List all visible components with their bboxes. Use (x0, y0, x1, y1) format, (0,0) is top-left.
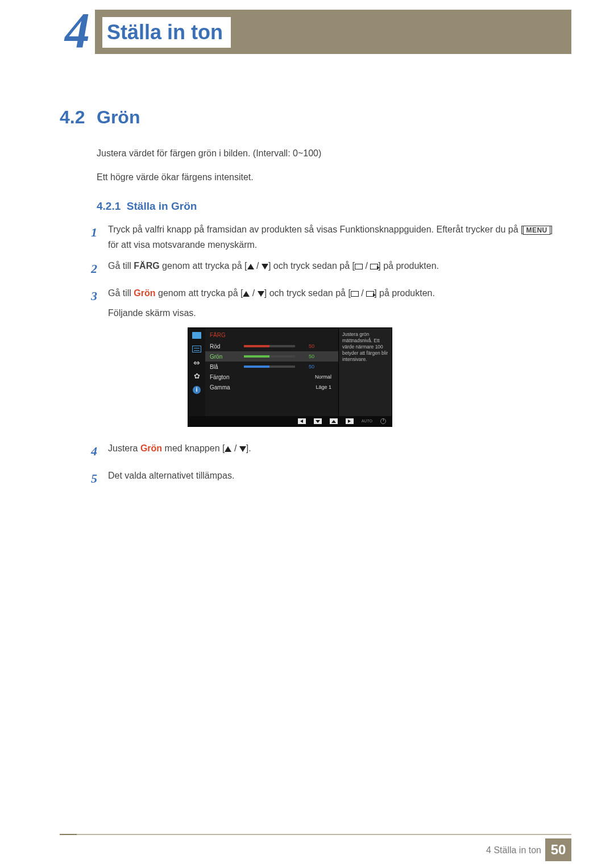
intro-p1: Justera värdet för färgen grön i bilden.… (97, 147, 563, 160)
steps-list: 1 Tryck på valfri knapp på framsidan av … (91, 222, 563, 495)
blue-bar-fill (244, 366, 269, 368)
osd-sidebar-icons: ⇔ ✿ i (188, 328, 205, 416)
nav-right-icon (346, 418, 354, 424)
osd-main-panel: FÄRG Röd 50 Grön 50 (205, 328, 338, 416)
intro-block: Justera värdet för färgen grön i bilden.… (97, 147, 563, 194)
intro-p2: Ett högre värde ökar färgens intensitet. (97, 171, 563, 184)
osd-row-tone: Färgton Normal (205, 372, 338, 382)
section-title: Grön (97, 107, 140, 128)
enter-icon (370, 264, 378, 269)
osd-row-blue: Blå 50 (205, 362, 338, 372)
osd-row-gamma: Gamma Läge 1 (205, 382, 338, 392)
footer-accent (60, 834, 77, 835)
footer-divider (60, 834, 571, 835)
osd-row-red: Röd 50 (205, 341, 338, 351)
step-3: 3 Gå till Grön genom att trycka på [ / ]… (91, 285, 563, 435)
nav-down-icon (314, 418, 322, 424)
monitor-icon (192, 331, 202, 339)
down-arrow-icon (262, 264, 268, 269)
osd-title: FÄRG (205, 328, 338, 341)
chapter-number: 4 (60, 0, 95, 61)
nav-left-icon (298, 418, 306, 424)
nav-auto-label: AUTO (362, 418, 372, 424)
osd-help-panel: Justera grön mättnadsnivå. Ett värde när… (338, 328, 392, 416)
chapter-title: Ställa in ton (102, 17, 231, 48)
step-1: 1 Tryck på valfri knapp på framsidan av … (91, 222, 563, 252)
picture-icon (192, 345, 202, 353)
osd-row-green: Grön 50 (205, 351, 338, 362)
up-arrow-icon (247, 264, 254, 269)
section-number: 4.2 (60, 107, 85, 128)
step-5: 5 Det valda alternativet tillämpas. (91, 468, 563, 489)
chapter-badge: 4 (60, 0, 95, 65)
down-arrow-icon (239, 446, 246, 452)
size-icon: ⇔ (192, 359, 202, 367)
step-4: 4 Justera Grön med knappen [ / ]. (91, 441, 563, 462)
osd-nav-bar: AUTO (188, 416, 392, 426)
red-bar-fill (244, 345, 269, 347)
page-number: 50 (545, 838, 571, 861)
settings-icon: ✿ (192, 372, 202, 380)
nav-up-icon (330, 418, 338, 424)
footer-chapter-label: 4 Ställa in ton (486, 845, 541, 855)
nav-power-icon (380, 418, 386, 424)
source-icon (355, 264, 363, 269)
down-arrow-icon (258, 291, 264, 297)
subsection-heading: 4.2.1 Ställa in Grön (97, 200, 197, 213)
up-arrow-icon (225, 446, 231, 452)
up-arrow-icon (243, 291, 250, 297)
osd-screenshot: ⇔ ✿ i FÄRG Röd 50 Grön (188, 327, 392, 427)
info-icon: i (192, 386, 202, 394)
step-2: 2 Gå till FÄRG genom att trycka på [ / ]… (91, 258, 563, 279)
source-icon (351, 291, 359, 297)
enter-icon (366, 291, 374, 297)
menu-button-label: MENU (523, 226, 550, 235)
green-bar-fill (244, 355, 269, 358)
